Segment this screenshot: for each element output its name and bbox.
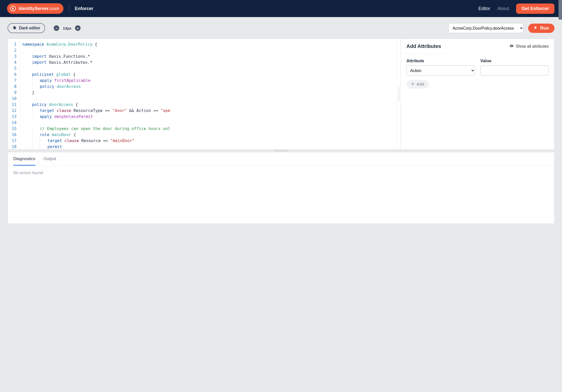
font-increase-button[interactable]: +: [75, 25, 81, 31]
nav-separator: [69, 5, 69, 12]
line-number: 13: [8, 114, 17, 120]
moon-icon: [13, 26, 17, 31]
horizontal-splitter[interactable]: [8, 149, 554, 152]
line-number: 9: [8, 90, 17, 96]
line-number: 1: [8, 41, 17, 47]
attributes-body: Attribute Action Value Add: [401, 54, 554, 93]
vertical-splitter[interactable]: [397, 39, 401, 149]
nav-link-about[interactable]: About: [497, 6, 509, 11]
code-line[interactable]: }: [22, 90, 397, 96]
code-editor[interactable]: 12345678910111213141516171819 namespace …: [8, 39, 397, 149]
attributes-title: Add Attributes: [406, 43, 441, 49]
value-input[interactable]: [480, 66, 549, 76]
code-body[interactable]: namespace AcmeCorp.DoorPolicy { import O…: [20, 39, 397, 149]
line-number: 16: [8, 132, 17, 138]
line-number: 12: [8, 108, 17, 114]
show-all-label: Show all attributes: [516, 44, 549, 49]
line-number: 18: [8, 144, 17, 149]
app-name: Enforcer: [75, 6, 93, 11]
dark-editor-toggle[interactable]: Dark editor: [8, 23, 45, 33]
line-number: 11: [8, 102, 17, 108]
attributes-header: Add Attributes Show all attributes: [401, 39, 554, 54]
attribute-column-label: Attribute: [406, 58, 475, 63]
bottom-tabs: Diagnostics Output: [8, 152, 554, 166]
workspace: 12345678910111213141516171819 namespace …: [8, 39, 554, 224]
code-line[interactable]: target clause ResourceType == "door" && …: [22, 108, 397, 114]
code-line[interactable]: namespace AcmeCorp.DoorPolicy {: [22, 41, 397, 47]
toolbar: Dark editor − 13px + AcmeCorp.DoorPolicy…: [0, 17, 562, 39]
line-number: 8: [8, 84, 17, 90]
run-label: Run: [540, 26, 549, 31]
code-line[interactable]: policy doorAccess {: [22, 102, 397, 108]
line-number: 10: [8, 96, 17, 102]
line-number: 6: [8, 72, 17, 78]
no-errors-message: No errors found: [13, 170, 549, 175]
code-line[interactable]: policy doorAccess: [22, 84, 397, 90]
attributes-panel: Add Attributes Show all attributes Attri…: [401, 39, 554, 149]
code-line[interactable]: permit: [22, 144, 397, 149]
svg-point-1: [511, 45, 512, 46]
line-number: 5: [8, 66, 17, 72]
play-icon: [534, 26, 538, 31]
policy-select[interactable]: AcmeCorp.DoorPolicy.doorAccess: [448, 23, 524, 33]
line-number: 17: [8, 138, 17, 144]
value-column-label: Value: [480, 58, 549, 63]
diagnostics-body: No errors found: [8, 166, 554, 224]
line-number: 2: [8, 47, 17, 53]
brand-text: IdentityServer.com: [19, 6, 59, 11]
tab-output[interactable]: Output: [43, 152, 56, 166]
plus-icon: [411, 82, 414, 87]
get-enforcer-button[interactable]: Get Enforcer: [516, 4, 554, 14]
font-decrease-button[interactable]: −: [54, 25, 59, 31]
show-all-attributes-button[interactable]: Show all attributes: [509, 44, 549, 49]
code-line[interactable]: [22, 120, 397, 126]
line-number: 4: [8, 59, 17, 66]
dark-editor-label: Dark editor: [19, 26, 40, 30]
page-scrollbar[interactable]: [558, 0, 562, 20]
code-line[interactable]: import Oasis.Functions.*: [22, 53, 397, 59]
brand-name-strong: IdentityServer: [19, 6, 48, 11]
top-split: 12345678910111213141516171819 namespace …: [8, 39, 554, 149]
code-line[interactable]: [22, 66, 397, 72]
nav-link-editor[interactable]: Editor: [478, 6, 490, 11]
code-line[interactable]: rule mainDoor {: [22, 132, 397, 138]
brand-pill[interactable]: IdentityServer.com: [7, 3, 63, 14]
brand-icon: [10, 6, 16, 12]
code-line[interactable]: [22, 96, 397, 102]
code-line[interactable]: // Employees can open the door during of…: [22, 126, 397, 132]
bottom-panel: Diagnostics Output No errors found: [8, 152, 554, 224]
add-label: Add: [416, 82, 424, 87]
code-line[interactable]: policyset global {: [22, 72, 397, 78]
code-line[interactable]: import Oasis.Attributes.*: [22, 59, 397, 66]
code-line[interactable]: apply firstApplicable: [22, 78, 397, 84]
eye-icon: [509, 44, 514, 49]
line-number: 7: [8, 78, 17, 84]
line-number: 14: [8, 120, 17, 126]
line-number: 3: [8, 53, 17, 59]
code-line[interactable]: apply denyUnlessPermit: [22, 114, 397, 120]
run-button[interactable]: Run: [528, 24, 554, 33]
code-line[interactable]: [22, 47, 397, 53]
brand-name-suffix: .com: [48, 6, 59, 11]
tab-diagnostics[interactable]: Diagnostics: [13, 152, 35, 166]
code-line[interactable]: target clause Resource == "mainDoor": [22, 138, 397, 144]
add-attribute-button[interactable]: Add: [406, 80, 429, 89]
line-number: 15: [8, 126, 17, 132]
font-size-value: 13px: [63, 26, 71, 30]
font-size-stepper: − 13px +: [54, 25, 80, 31]
line-gutter: 12345678910111213141516171819: [8, 39, 20, 149]
navbar: IdentityServer.com Enforcer Editor About…: [0, 0, 562, 17]
attribute-select[interactable]: Action: [406, 66, 475, 76]
